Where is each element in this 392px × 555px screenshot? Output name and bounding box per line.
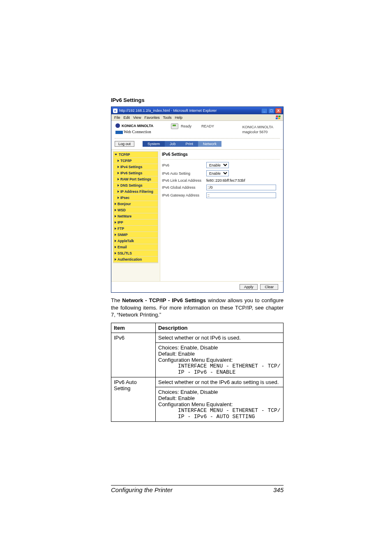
chevron-right-icon (118, 166, 119, 168)
chevron-right-icon (115, 227, 116, 230)
chevron-right-icon (115, 203, 116, 205)
global-label: IPv6 Global Address (162, 185, 206, 190)
linklocal-label: IPv6 Link Local Address (162, 178, 206, 183)
sidebar-ftp[interactable]: FTP (113, 226, 158, 232)
sidebar-wsd[interactable]: WSD (113, 207, 158, 213)
sidebar-appletalk[interactable]: AppleTalk (113, 238, 158, 244)
window-close-icon[interactable]: X (275, 108, 281, 113)
sidebar: TCP/IP TCP/IP IPv4 Settings IPv6 Setting… (111, 150, 160, 281)
chevron-right-icon (115, 209, 116, 211)
logout-button[interactable]: Log out (115, 141, 134, 147)
tab-network[interactable]: Network (198, 141, 221, 147)
sidebar-ipv4[interactable]: IPv4 Settings (113, 164, 158, 170)
sidebar-ipfilter[interactable]: IP Address Filtering (113, 189, 158, 195)
chevron-right-icon (118, 197, 119, 199)
form-title: IPv6 Settings (162, 152, 280, 157)
window-maximize-icon[interactable]: □ (268, 108, 274, 113)
km-brand: KONICA MINOLTA (122, 124, 153, 128)
tab-system[interactable]: System (143, 141, 165, 147)
chevron-right-icon (118, 190, 119, 193)
model-info: KONICA MINOLTA magicolor 5670 (242, 125, 273, 134)
ie-titlebar: e http://192.168.1.2/a_index.html - Micr… (111, 107, 283, 114)
menu-tools[interactable]: Tools (161, 116, 173, 120)
sidebar-bonjour[interactable]: Bonjour (113, 201, 158, 207)
chevron-right-icon (118, 172, 119, 174)
autoset-select[interactable]: Enable (206, 170, 229, 176)
tab-print[interactable]: Print (181, 141, 198, 147)
sidebar-ipp[interactable]: IPP (113, 220, 158, 226)
ie-favicon-icon: e (113, 109, 118, 113)
autoset-label: IPv6 Auto Setting (162, 171, 206, 176)
ie-title: http://192.168.1.2/a_index.html - Micros… (119, 109, 217, 113)
divider (115, 138, 280, 139)
wc-header: KONICA MINOLTA Web Connection Ready READ… (111, 121, 283, 137)
footer-right: 345 (273, 486, 284, 493)
sidebar-dns[interactable]: DNS Settings (113, 183, 158, 189)
row-auto-body: Choices: Enable, Disable Default: Enable… (156, 387, 284, 421)
tab-job[interactable]: Job (165, 141, 181, 147)
chevron-right-icon (115, 258, 116, 261)
footer-left: Configuring the Printer (111, 486, 173, 493)
row-ipv6-line1: Select whether or not IPv6 is used. (156, 333, 284, 342)
ie-menubar: File Edit View Favorites Tools Help (111, 114, 283, 121)
sidebar-auth[interactable]: Authentication (113, 257, 158, 263)
menu-view[interactable]: View (132, 116, 142, 120)
svg-rect-1 (278, 116, 281, 117)
pagescope-logo: Web Connection (115, 130, 171, 134)
km-logo-icon (115, 123, 120, 128)
ie-window: e http://192.168.1.2/a_index.html - Micr… (111, 106, 284, 293)
sidebar-snmp[interactable]: SNMP (113, 232, 158, 238)
chevron-right-icon (115, 240, 116, 242)
gateway-label: IPv6 Gateway Address (162, 193, 206, 197)
sidebar-netware[interactable]: NetWare (113, 213, 158, 220)
hdr-desc: Description (156, 323, 284, 333)
gateway-input[interactable] (206, 192, 276, 198)
chevron-right-icon (115, 246, 116, 248)
sidebar-ssl[interactable]: SSL/TLS (113, 250, 158, 257)
global-input[interactable] (206, 185, 276, 190)
chevron-down-icon (115, 154, 117, 155)
sidebar-ipv6[interactable]: IPv6 Settings (113, 170, 158, 176)
chevron-right-icon (118, 178, 119, 180)
desc-paragraph: The Network - TCP/IP - IPv6 Settings win… (111, 297, 284, 319)
status-ready-small: Ready (181, 124, 191, 128)
row-auto-item: IPv6 Auto Setting (111, 377, 156, 421)
page-footer: Configuring the Printer 345 (111, 485, 284, 493)
sidebar-ipsec[interactable]: IPsec (113, 195, 158, 201)
chevron-right-icon (115, 215, 116, 217)
apply-button[interactable]: Apply (240, 284, 258, 290)
chevron-right-icon (115, 221, 116, 224)
menu-edit[interactable]: Edit (122, 116, 131, 120)
divider (162, 159, 280, 160)
svg-rect-3 (278, 118, 281, 119)
printer-icon (171, 123, 178, 129)
chevron-right-icon (118, 184, 119, 187)
row-ipv6-item: IPv6 (111, 333, 156, 377)
menu-file[interactable]: File (113, 116, 122, 120)
ie-flag-icon (276, 115, 281, 120)
menu-favorites[interactable]: Favorites (143, 116, 161, 120)
ipv6-label: IPv6 (162, 163, 206, 167)
svg-rect-2 (276, 118, 278, 119)
linklocal-value: fe80::220:6bff:fec7:53bf (206, 178, 245, 183)
svg-rect-0 (276, 116, 278, 117)
section-heading: IPv6 Settings (111, 97, 284, 103)
pagescope-icon (115, 131, 123, 134)
clear-button[interactable]: Clear (260, 284, 278, 290)
sidebar-email[interactable]: Email (113, 244, 158, 250)
sidebar-tcpip2[interactable]: TCP/IP (113, 158, 158, 164)
sidebar-raw[interactable]: RAW Port Settings (113, 176, 158, 183)
desc-table: Item Description IPv6 Select whether or … (111, 323, 284, 422)
row-ipv6-body: Choices: Enable, Disable Default: Enable… (156, 342, 284, 377)
ipv6-select[interactable]: Enable (206, 162, 229, 168)
chevron-right-icon (115, 234, 116, 236)
chevron-right-icon (118, 160, 119, 162)
chevron-right-icon (115, 252, 116, 254)
status-ready-big: READY (201, 124, 214, 128)
sidebar-tcpip[interactable]: TCP/IP (113, 152, 158, 158)
menu-help[interactable]: Help (173, 116, 184, 120)
window-minimize-icon[interactable]: _ (261, 108, 267, 113)
tabstrip: System Job Print Network (143, 141, 221, 147)
hdr-item: Item (111, 323, 156, 333)
row-auto-line1: Select whether or not the IPv6 auto sett… (156, 377, 284, 387)
